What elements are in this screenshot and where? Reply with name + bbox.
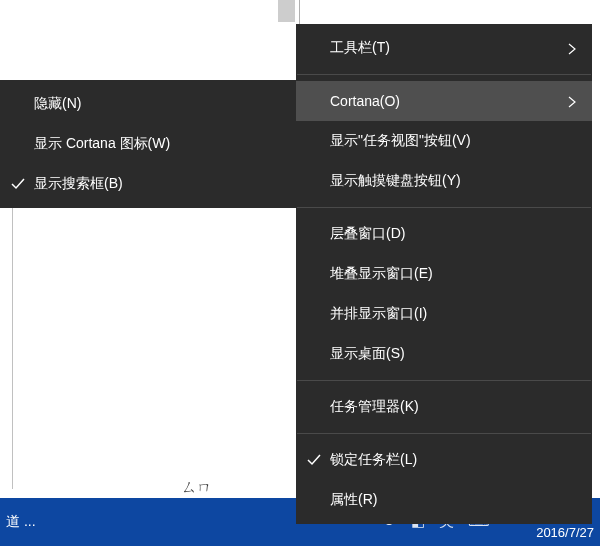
menu-item-label: 显示"任务视图"按钮(V) — [330, 132, 471, 150]
menu-item-label: 显示桌面(S) — [330, 345, 405, 363]
menu-item-show-task-view[interactable]: 显示"任务视图"按钮(V) — [296, 121, 592, 161]
menu-item-lock-taskbar[interactable]: 锁定任务栏(L) — [296, 440, 592, 480]
submenu-item-show-cortana-icon[interactable]: 显示 Cortana 图标(W) — [0, 124, 300, 164]
check-icon — [306, 452, 322, 468]
menu-item-label: 层叠窗口(D) — [330, 225, 405, 243]
menu-item-label: 堆叠显示窗口(E) — [330, 265, 433, 283]
menu-item-task-manager[interactable]: 任务管理器(K) — [296, 387, 592, 427]
menu-item-label: 锁定任务栏(L) — [330, 451, 417, 469]
menu-item-label: 并排显示窗口(I) — [330, 305, 427, 323]
cortana-submenu: 隐藏(N) 显示 Cortana 图标(W) 显示搜索框(B) — [0, 80, 300, 208]
taskbar-date: 2016/7/27 — [536, 525, 594, 540]
menu-item-label: Cortana(O) — [330, 93, 400, 109]
menu-item-label: 显示搜索框(B) — [34, 175, 123, 193]
submenu-item-hidden[interactable]: 隐藏(N) — [0, 84, 300, 124]
menu-item-cortana[interactable]: Cortana(O) — [296, 81, 592, 121]
menu-item-show-desktop[interactable]: 显示桌面(S) — [296, 334, 592, 374]
taskbar-title-fragment[interactable]: 道 ... — [6, 513, 36, 531]
submenu-item-show-search-box[interactable]: 显示搜索框(B) — [0, 164, 300, 204]
menu-item-toolbars[interactable]: 工具栏(T) — [296, 28, 592, 68]
menu-item-label: 隐藏(N) — [34, 95, 81, 113]
background-panel — [12, 204, 298, 489]
menu-item-label: 属性(R) — [330, 491, 377, 509]
menu-item-show-touch-keyboard[interactable]: 显示触摸键盘按钮(Y) — [296, 161, 592, 201]
background-text: ㄙㄇ — [182, 478, 212, 497]
menu-item-properties[interactable]: 属性(R) — [296, 480, 592, 520]
menu-separator — [297, 74, 591, 75]
menu-item-label: 任务管理器(K) — [330, 398, 419, 416]
menu-item-label: 显示触摸键盘按钮(Y) — [330, 172, 461, 190]
menu-item-side-by-side[interactable]: 并排显示窗口(I) — [296, 294, 592, 334]
menu-item-label: 工具栏(T) — [330, 39, 390, 57]
menu-item-stacked[interactable]: 堆叠显示窗口(E) — [296, 254, 592, 294]
scrollbar-stub[interactable] — [278, 0, 295, 22]
check-icon — [10, 176, 26, 192]
menu-separator — [297, 380, 591, 381]
chevron-right-icon — [566, 95, 578, 107]
taskbar-context-menu: 工具栏(T) Cortana(O) 显示"任务视图"按钮(V) 显示触摸键盘按钮… — [296, 24, 592, 524]
chevron-right-icon — [566, 42, 578, 54]
menu-separator — [297, 433, 591, 434]
menu-separator — [297, 207, 591, 208]
menu-item-cascade[interactable]: 层叠窗口(D) — [296, 214, 592, 254]
menu-item-label: 显示 Cortana 图标(W) — [34, 135, 170, 153]
